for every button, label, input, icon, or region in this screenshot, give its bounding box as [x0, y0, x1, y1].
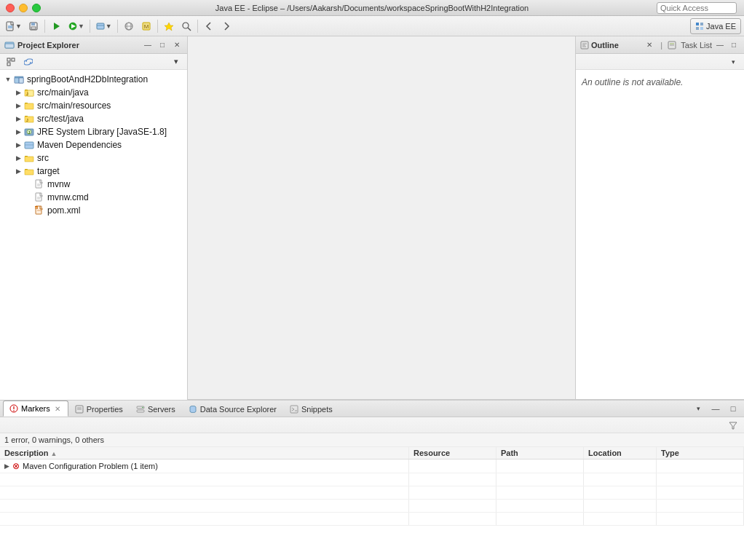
markers-status: 1 error, 0 warnings, 0 others [0, 433, 744, 447]
task-list-minimize-button[interactable]: — [714, 39, 726, 51]
jre-arrow[interactable]: ▶ [13, 127, 23, 137]
next-nav-button[interactable] [218, 18, 234, 34]
svg-rect-75 [137, 410, 144, 412]
collapse-all-button[interactable] [3, 54, 19, 70]
maven-arrow[interactable]: ▶ [13, 140, 23, 150]
src-test-java-label: src/test/java [37, 114, 84, 124]
src-arrow[interactable]: ▶ [13, 153, 23, 163]
svg-rect-50 [25, 170, 33, 175]
project-explorer-maximize-button[interactable]: □ [157, 39, 168, 51]
src-main-resources-arrow[interactable]: ▶ [13, 100, 23, 111]
tab-markers-close[interactable]: ✕ [53, 404, 62, 413]
svg-rect-45 [25, 142, 33, 149]
svg-point-16 [183, 23, 189, 28]
toolbar-btn-6[interactable] [161, 18, 177, 34]
main-area: Project Explorer — □ ✕ ▾ ▼ [0, 36, 744, 560]
svg-text:M: M [143, 23, 149, 30]
toolbar-separator-1 [44, 20, 45, 33]
toolbar-btn-5[interactable]: M [138, 18, 154, 34]
tab-snippets[interactable]: Snippets [283, 401, 339, 417]
markers-table: Description ▲ Resource Path Location [0, 447, 744, 526]
project-explorer-toolbar: ▾ [0, 54, 187, 70]
col-description[interactable]: Description ▲ [0, 447, 409, 460]
tab-datasource[interactable]: Data Source Explorer [182, 401, 283, 417]
tree-item-mvnw-cmd[interactable]: ▶ mvnw.cmd [0, 191, 187, 204]
view-menu-button[interactable]: ▾ [168, 54, 184, 70]
filter-button[interactable] [725, 417, 741, 433]
svg-rect-54 [36, 193, 41, 201]
tab-markers[interactable]: Markers ✕ [3, 401, 68, 417]
minimize-button[interactable] [19, 4, 28, 12]
editor-area: Outline ✕ | Task List — □ ▾ An outline i… [188, 36, 744, 400]
toolbar-separator-4 [157, 20, 158, 33]
toolbar-btn-7[interactable] [178, 18, 194, 34]
table-row[interactable]: ▶ ⊗ Maven Configuration Problem (1 item) [0, 460, 744, 473]
right-panel-area: Outline ✕ | Task List — □ ▾ An outline i… [188, 36, 744, 400]
prev-nav-button[interactable] [201, 18, 217, 34]
new-button[interactable]: ▼ [3, 18, 24, 34]
save-button[interactable] [25, 18, 41, 34]
svg-text:J: J [28, 130, 31, 135]
tab-properties[interactable]: Properties [68, 401, 130, 417]
tab-servers[interactable]: Servers [130, 401, 182, 417]
outline-title: Outline [591, 41, 641, 50]
tab-snippets-label: Snippets [301, 405, 333, 414]
project-explorer-minimize-button[interactable]: — [142, 39, 154, 51]
debug-button[interactable] [48, 18, 64, 34]
tree-item-target[interactable]: ▶ target [0, 165, 187, 178]
mvnw-label: mvnw [47, 179, 70, 189]
toolbar-btn-4[interactable] [121, 18, 137, 34]
svg-rect-20 [696, 27, 699, 30]
tree-item-src[interactable]: ▶ src [0, 151, 187, 165]
build-button[interactable]: ▼ [93, 18, 114, 34]
src-folder-icon-2 [23, 100, 35, 111]
bottom-tabs-bar: Markers ✕ Properties Servers Data Source… [0, 400, 744, 417]
outline-content: An outline is not available. [576, 70, 744, 399]
svg-text:J: J [26, 118, 28, 122]
run-button[interactable]: ▼ [66, 18, 87, 34]
project-icon [13, 74, 25, 85]
tree-item-mvnw[interactable]: ▶ mvnw [0, 178, 187, 191]
bottom-panel-maximize-button[interactable]: □ [725, 401, 741, 417]
outline-close-button[interactable]: ✕ [644, 39, 655, 51]
perspective-switcher[interactable]: Java EE [690, 18, 741, 34]
col-path[interactable]: Path [496, 447, 584, 460]
bottom-panel: Markers ✕ Properties Servers Data Source… [0, 400, 744, 560]
outline-menu-button[interactable]: ▾ [725, 54, 741, 70]
link-editor-button[interactable] [20, 54, 36, 70]
col-type[interactable]: Type [657, 447, 744, 460]
tree-item-src-test-java[interactable]: ▶ J src/test/java [0, 112, 187, 125]
perspective-label: Java EE [706, 22, 736, 31]
src-main-java-arrow[interactable]: ▶ [13, 87, 23, 98]
file-mvnw-icon [33, 178, 45, 190]
tree-item-jre[interactable]: ▶ J JRE System Library [JavaSE-1.8] [0, 125, 187, 138]
quick-access-input[interactable] [657, 2, 737, 14]
traffic-lights [6, 4, 41, 12]
target-arrow[interactable]: ▶ [13, 166, 23, 176]
task-list-maximize-button[interactable]: □ [728, 39, 740, 51]
svg-rect-26 [12, 58, 15, 61]
tree-item-src-main-java[interactable]: ▶ J src/main/java [0, 86, 187, 99]
src-test-java-arrow[interactable]: ▶ [13, 114, 23, 124]
row-expand-arrow[interactable]: ▶ [4, 462, 9, 470]
toolbar-separator-5 [197, 20, 198, 33]
file-pom-xml-icon: M [33, 205, 45, 216]
tree-item-src-main-resources[interactable]: ▶ src/main/resources [0, 99, 187, 112]
tree-item-root[interactable]: ▼ springBootAndH2DbIntegration [0, 73, 187, 86]
maximize-button[interactable] [32, 4, 41, 12]
col-resource[interactable]: Resource [409, 447, 496, 460]
tree-item-maven[interactable]: ▶ Maven Dependencies [0, 138, 187, 151]
close-button[interactable] [6, 4, 15, 12]
titlebar: Java EE - Eclipse – /Users/Aakarsh/Docum… [0, 0, 744, 16]
task-list-icon [668, 41, 676, 50]
svg-rect-5 [31, 27, 36, 29]
src-main-java-label: src/main/java [37, 87, 89, 98]
bottom-panel-minimize-button[interactable]: — [708, 401, 724, 417]
content-area: Project Explorer — □ ✕ ▾ ▼ [0, 36, 744, 400]
root-arrow[interactable]: ▼ [3, 74, 13, 84]
tree-item-pom-xml[interactable]: ▶ M pom.xml [0, 204, 187, 217]
bottom-panel-menu-button[interactable]: ▾ [690, 401, 706, 417]
description-cell: ▶ ⊗ Maven Configuration Problem (1 item) [0, 460, 409, 473]
project-explorer-close-button[interactable]: ✕ [171, 39, 183, 51]
col-location[interactable]: Location [584, 447, 657, 460]
